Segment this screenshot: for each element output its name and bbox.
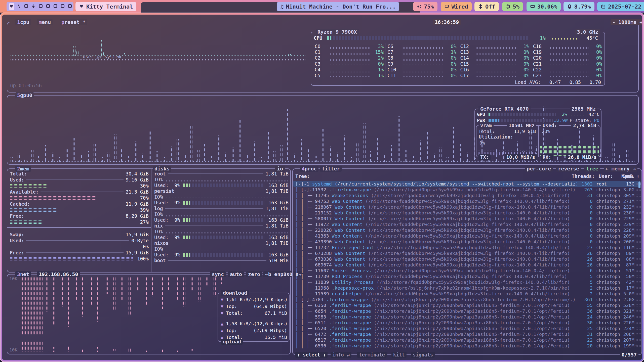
proc-header-threads[interactable]: Threads: — [554, 173, 595, 179]
gpu-box-title[interactable]: 5gpu0 — [15, 92, 34, 98]
process-row[interactable]: │ │ ├─ 94753 Web Content (/nix/store/fqa… — [293, 198, 640, 204]
network-pill[interactable]: Wired — [441, 2, 472, 11]
window-title-pill[interactable]: Kitty Terminal — [75, 2, 136, 11]
proc-button-reverse[interactable]: reverse — [556, 166, 581, 172]
process-row[interactable]: │ [-]-4783 .ferdium-wrappe (/nix/store/a… — [293, 297, 640, 302]
process-name: Utility Process — [332, 280, 377, 285]
workspace-2-button[interactable] — [16, 3, 21, 10]
core-row-C23: C230% — [533, 73, 602, 78]
process-row[interactable]: │ │ ├─ 11607 Socket Process (/nix/store/… — [293, 268, 640, 274]
mem-meter-pct: 39% — [140, 207, 149, 213]
core-usage-graph — [548, 64, 588, 66]
proc-select-control[interactable]: ↑ select ↓ — [295, 352, 328, 358]
workspace-7-button[interactable] — [53, 3, 58, 10]
preset-button[interactable]: preset * — [60, 19, 87, 25]
menu-button[interactable]: menu — [37, 19, 53, 25]
proc-terminate-button[interactable]: terminate — [357, 352, 387, 358]
bluetooth-pill[interactable]: Off — [474, 2, 499, 11]
proc-info-button[interactable]: info ↵ — [331, 352, 351, 358]
process-row[interactable]: │ │ ├─ 5983 .ferdium-wrappe (/nix/store/… — [293, 314, 640, 320]
clock-pill[interactable]: 2025-07-22 16:36 — [597, 2, 644, 11]
core-label: C17 — [460, 73, 473, 78]
process-row[interactable]: │ [-]-11532 .firefox-wrappe (/nix/store/… — [293, 187, 640, 193]
process-row[interactable]: │ │ └─ 11539 crashhelper (/nix/store/fqa… — [293, 291, 640, 297]
process-row[interactable]: │ │ ├─ 673038 Web Content (/nix/store/fq… — [293, 256, 640, 262]
cpu-box-title[interactable]: 1cpu — [15, 19, 31, 25]
core-usage-pct: 0% — [590, 67, 602, 72]
process-user: christoph — [593, 332, 620, 337]
process-row[interactable]: │ │ ├─ 6511 .ferdium-wrappe (/nix/store/… — [293, 320, 640, 326]
workspace-3-button[interactable] — [24, 3, 29, 10]
proc-filter-button[interactable]: filter — [320, 166, 342, 172]
square-icon — [38, 4, 43, 10]
proc-box-title[interactable]: 4proc — [300, 166, 318, 172]
scroll-down-icon[interactable]: ↓ — [635, 342, 637, 347]
net-zero-button[interactable]: zero — [246, 271, 262, 277]
mem-value: 9,16 GiB — [126, 177, 149, 183]
process-row[interactable]: │ │ ├─ 11972 Web Content (/nix/store/fqa… — [293, 221, 640, 227]
process-memory: 228M — [620, 228, 634, 233]
proc-signals-button[interactable]: signals — [411, 352, 435, 358]
process-row[interactable]: │ │ ├─ 6472 .ferdium-wrappe (/nix/store/… — [293, 331, 640, 337]
workspace-9-button[interactable] — [67, 3, 72, 10]
proc-header-tree[interactable]: Tree: — [295, 173, 310, 179]
proc-kill-button[interactable]: kill — [391, 352, 407, 358]
process-row[interactable]: │ │ ├─ 689674 Web Content (/nix/store/fq… — [293, 262, 640, 268]
proc-scrollbar[interactable] — [638, 182, 640, 347]
proc-button-memory[interactable]: ← memory → — [604, 166, 637, 172]
process-row[interactable]: │ │ ├─ 6654 .ferdium-wrappe (/nix/store/… — [293, 308, 640, 314]
cpu-pill[interactable]: 5% — [502, 2, 523, 11]
core-row-C9: C90% — [387, 61, 456, 67]
proc-button-percore[interactable]: per-core — [525, 166, 553, 172]
process-row[interactable]: │ │ ├─ 479390 Web Content (/nix/store/fq… — [293, 239, 640, 245]
process-row[interactable]: │ │ ├─ 41363 Web Content (/nix/store/fqa… — [293, 233, 640, 239]
volume-pill[interactable]: 75% — [413, 2, 437, 11]
process-memory: 42M — [620, 280, 634, 285]
cpu-value: 5% — [513, 4, 520, 10]
process-memory: 209M — [620, 233, 634, 239]
mem-meter — [10, 196, 96, 200]
process-row[interactable]: │ │ ├─ 11968 .keepassxc-prox (/nix/store… — [293, 285, 640, 291]
rate-value: (12,6 Kibps) — [254, 321, 288, 326]
proc-scrollbar-thumb[interactable] — [638, 182, 640, 188]
net-graph-spike — [53, 277, 55, 325]
process-tree-prefix: │ │ ├─ 11972 — [295, 222, 332, 227]
process-row[interactable]: │ │ ├─ 220028 Web Content (/nix/store/fq… — [293, 227, 640, 233]
process-row[interactable]: │ │ ├─ 673288 Web Content (/nix/store/fq… — [293, 250, 640, 256]
process-name: Web Content — [335, 251, 368, 256]
disk-used-row: Used:9%163 GiB — [154, 235, 289, 240]
process-threads: 27 — [577, 245, 593, 250]
workspace-4-button[interactable] — [31, 3, 36, 10]
workspace-5-button[interactable] — [38, 3, 43, 10]
core-row-C6: C60% — [387, 43, 456, 49]
process-row[interactable]: │ │ ├─ 6517 .ferdium-wrappe (/nix/store/… — [293, 337, 640, 343]
proc-button-tree[interactable]: tree — [584, 166, 600, 172]
process-row[interactable]: │ │ ├─ 11795 WebExtensions (/nix/store/f… — [293, 193, 640, 198]
process-row[interactable]: [-]-1 systemd (/run/current-system/syste… — [293, 181, 640, 187]
process-row[interactable]: │ │ ├─ 580017 Web Content (/nix/store/fq… — [293, 216, 640, 221]
update-interval-control[interactable]: - 1000ms + — [611, 19, 642, 25]
mem-meter-row: 100% — [10, 256, 149, 261]
memory-pill[interactable]: 30.06% — [527, 2, 561, 11]
process-row[interactable]: │ │ ├─ 219152 Web Content (/nix/store/fq… — [293, 210, 640, 216]
gpu-graph-spike — [356, 143, 359, 162]
process-command: │ │ ├─ 673288 Web Content (/nix/store/fq… — [295, 251, 577, 256]
media-player-pill[interactable]: ♫ Minuit Machine - Don't Run Fro... — [277, 2, 399, 11]
process-row[interactable]: │ │ ├─ 218067 Web Content (/nix/store/fq… — [293, 204, 640, 210]
process-row[interactable]: │ │ ├─ 11739 RDD Process (/nix/store/fqa… — [293, 274, 640, 279]
process-name: .ferdium-wrappe — [329, 314, 374, 320]
net-auto-button[interactable]: auto — [228, 271, 244, 277]
workspace-1-button[interactable] — [9, 3, 14, 10]
workspace-6-button[interactable] — [46, 3, 51, 10]
process-row[interactable]: │ │ ├─ 6350 .ferdium-wrappe (/nix/store/… — [293, 302, 640, 308]
workspace-8-button[interactable] — [60, 3, 65, 10]
process-memory: 200M — [620, 239, 634, 244]
process-row[interactable]: │ │ ├─ 6536 .ferdium-wrappe (/nix/store/… — [293, 343, 640, 349]
proc-header-cpu[interactable]: Cpu% ↑ — [615, 173, 639, 179]
process-command: │ │ ├─ 94753 Web Content (/nix/store/fqa… — [295, 199, 577, 204]
process-row[interactable]: │ │ ├─ 11732 Privileged Cont (/nix/store… — [293, 245, 640, 250]
disk-pill[interactable]: 8.79% — [564, 2, 594, 11]
process-row[interactable]: │ │ ├─ 6520 .ferdium-wrappe (/nix/store/… — [293, 326, 640, 331]
process-memory: 87M — [620, 262, 634, 267]
process-row[interactable]: │ │ ├─ 11839 Utility Process (/nix/store… — [293, 279, 640, 285]
